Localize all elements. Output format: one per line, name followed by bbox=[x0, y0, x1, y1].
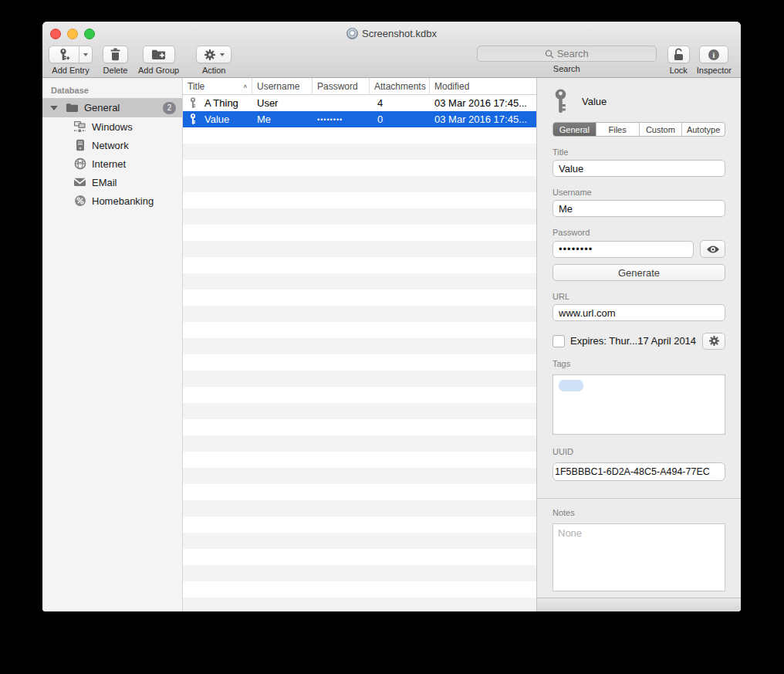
table-row-selected[interactable]: Value Me •••••••• 0 03 Mar 2016 17:45... bbox=[183, 111, 536, 127]
delete-button[interactable] bbox=[103, 46, 128, 63]
inspector-tabs: General Files Custom Autotype bbox=[553, 122, 725, 137]
entry-title: A Thing bbox=[204, 97, 238, 109]
toolbar: Add Entry Delete bbox=[42, 45, 741, 78]
tool-action: Action bbox=[196, 46, 231, 75]
show-password-button[interactable] bbox=[700, 240, 725, 258]
key-icon bbox=[189, 113, 197, 125]
search-input[interactable]: Search bbox=[477, 46, 657, 62]
generate-button[interactable]: Generate bbox=[553, 264, 725, 281]
disclosure-triangle-icon[interactable] bbox=[50, 106, 58, 110]
column-header-attachments[interactable]: Attachments bbox=[370, 78, 430, 94]
expires-row: Expires: Thur...17 April 2014 bbox=[553, 332, 725, 350]
trash-icon bbox=[110, 48, 121, 61]
tab-files[interactable]: Files bbox=[596, 123, 639, 136]
entry-table-header: Title ∧ Username Password Attachments Mo… bbox=[183, 78, 536, 95]
delete-label: Delete bbox=[103, 66, 128, 75]
key-icon bbox=[553, 89, 569, 114]
search-icon bbox=[545, 49, 554, 59]
gear-icon bbox=[708, 335, 720, 347]
server-icon bbox=[73, 139, 86, 152]
tags-field-label: Tags bbox=[553, 359, 725, 368]
zoom-button[interactable] bbox=[84, 29, 95, 39]
lock-label: Lock bbox=[670, 66, 688, 75]
username-field-label: Username bbox=[553, 188, 725, 197]
inspector-panel: Value General Files Custom Autotype Titl… bbox=[536, 78, 741, 611]
notes-field[interactable] bbox=[553, 523, 725, 591]
tool-add-group: Add Group bbox=[138, 46, 179, 75]
sidebar-item-email[interactable]: EMail bbox=[42, 173, 182, 191]
sidebar-item-label: Network bbox=[92, 140, 129, 151]
column-header-modified[interactable]: Modified bbox=[430, 78, 536, 94]
folder-icon bbox=[65, 101, 78, 114]
add-entry-button[interactable] bbox=[49, 46, 93, 63]
password-field-label: Password bbox=[553, 228, 725, 237]
add-entry-dropdown[interactable] bbox=[79, 46, 92, 63]
search-placeholder: Search bbox=[557, 48, 589, 59]
sidebar-item-label: Homebanking bbox=[92, 195, 154, 207]
tab-autotype[interactable]: Autotype bbox=[681, 123, 725, 136]
lock-button[interactable] bbox=[667, 46, 690, 63]
document-proxy-icon bbox=[346, 28, 358, 39]
tab-general[interactable]: General bbox=[553, 123, 596, 136]
window-header: Screenshot.kdbx bbox=[42, 22, 741, 78]
username-field[interactable] bbox=[553, 200, 725, 217]
add-group-button[interactable] bbox=[143, 46, 175, 63]
title-field[interactable] bbox=[553, 160, 725, 177]
column-header-title[interactable]: Title ∧ bbox=[183, 78, 252, 94]
table-row[interactable]: A Thing User 4 03 Mar 2016 17:45... bbox=[183, 95, 536, 111]
app-window: Screenshot.kdbx bbox=[42, 22, 741, 611]
traffic-lights bbox=[50, 29, 95, 39]
sidebar-section-header: Database bbox=[42, 78, 182, 98]
tag-token[interactable] bbox=[559, 380, 583, 391]
expires-settings-button[interactable] bbox=[702, 333, 725, 350]
sidebar-item-homebanking[interactable]: Homebanking bbox=[42, 191, 182, 210]
entry-modified: 03 Mar 2016 17:45... bbox=[430, 97, 536, 109]
tool-delete: Delete bbox=[103, 46, 128, 75]
notes-field-label: Notes bbox=[553, 508, 725, 517]
svg-text:i: i bbox=[713, 51, 715, 59]
folder-plus-icon bbox=[151, 49, 166, 60]
tool-add-entry: Add Entry bbox=[49, 46, 93, 75]
unlock-icon bbox=[673, 48, 684, 61]
entry-password: •••••••• bbox=[313, 116, 370, 124]
titlebar[interactable]: Screenshot.kdbx bbox=[42, 22, 741, 45]
sidebar-item-internet[interactable]: Internet bbox=[42, 154, 182, 173]
inspector-entry-title: Value bbox=[582, 96, 607, 107]
sidebar: Database General 2 bbox=[42, 78, 183, 611]
close-button[interactable] bbox=[50, 29, 61, 39]
entry-list-empty-rows bbox=[183, 127, 536, 611]
minimize-button[interactable] bbox=[67, 29, 78, 39]
column-header-username[interactable]: Username bbox=[252, 78, 313, 94]
column-header-password[interactable]: Password bbox=[313, 78, 370, 94]
sidebar-item-network[interactable]: Network bbox=[42, 136, 182, 154]
tab-custom[interactable]: Custom bbox=[639, 123, 682, 136]
search-label: Search bbox=[553, 64, 580, 73]
gear-icon bbox=[204, 49, 216, 61]
main-content: Database General 2 bbox=[42, 78, 741, 611]
entry-attachments: 0 bbox=[370, 113, 430, 125]
action-label: Action bbox=[202, 66, 226, 75]
sidebar-item-label: EMail bbox=[92, 177, 117, 188]
password-field[interactable] bbox=[553, 241, 694, 258]
uuid-field-label: UUID bbox=[553, 447, 725, 456]
tags-field[interactable] bbox=[553, 374, 725, 435]
url-field-label: URL bbox=[553, 292, 725, 301]
action-button[interactable] bbox=[196, 46, 231, 63]
add-group-label: Add Group bbox=[138, 66, 179, 75]
add-entry-label: Add Entry bbox=[52, 66, 89, 75]
title-field-label: Title bbox=[553, 147, 725, 157]
expires-checkbox[interactable] bbox=[553, 335, 565, 347]
expires-label: Expires: Thur...17 April 2014 bbox=[570, 335, 702, 347]
inspector-header: Value bbox=[553, 86, 725, 117]
windows-network-icon bbox=[73, 120, 86, 134]
key-plus-icon[interactable] bbox=[49, 46, 79, 63]
envelope-icon bbox=[73, 176, 86, 189]
eye-icon bbox=[706, 245, 720, 254]
uuid-field[interactable] bbox=[553, 462, 725, 481]
sidebar-group-general[interactable]: General 2 bbox=[42, 98, 182, 117]
sidebar-item-windows[interactable]: Windows bbox=[42, 117, 182, 136]
sidebar-group-label: General bbox=[84, 102, 120, 113]
tool-inspector: i Inspector bbox=[697, 46, 732, 75]
url-field[interactable] bbox=[553, 304, 725, 321]
inspector-button[interactable]: i bbox=[699, 46, 728, 63]
